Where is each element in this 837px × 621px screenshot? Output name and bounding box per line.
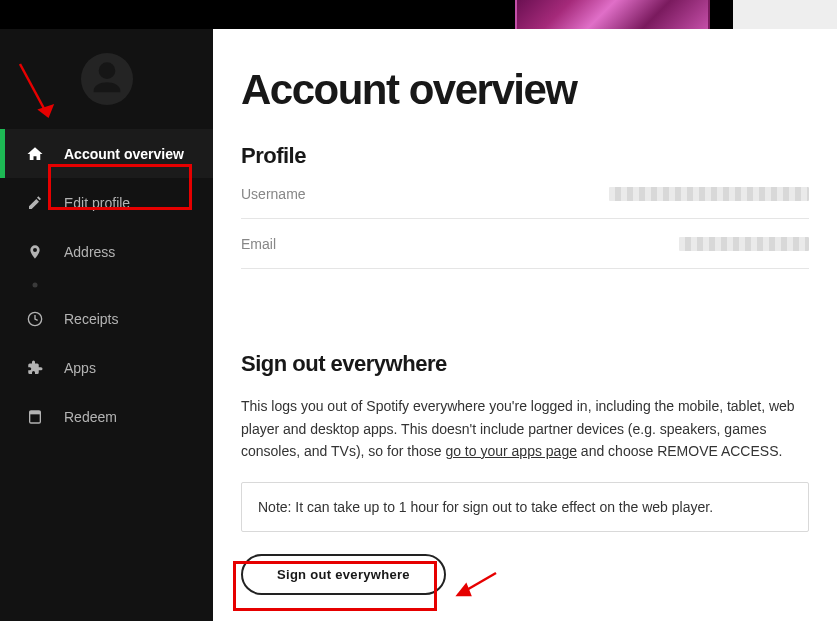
avatar-zone xyxy=(0,29,213,129)
sidebar-item-redeem[interactable]: Redeem xyxy=(0,392,213,441)
clock-icon xyxy=(26,310,44,328)
sidebar-item-label: Address xyxy=(64,244,115,260)
redacted-value xyxy=(679,237,809,251)
profile-field-username: Username xyxy=(241,169,809,219)
field-label: Username xyxy=(241,186,306,202)
promo-card xyxy=(515,0,710,29)
sidebar-item-receipts[interactable]: Receipts xyxy=(0,294,213,343)
profile-field-email: Email xyxy=(241,219,809,269)
puzzle-icon xyxy=(26,359,44,377)
apps-page-link[interactable]: go to your apps page xyxy=(445,443,577,459)
pencil-icon xyxy=(26,194,44,212)
avatar-placeholder xyxy=(81,53,133,105)
user-icon xyxy=(87,59,127,99)
sidebar-item-edit-profile[interactable]: Edit profile xyxy=(0,178,213,227)
signout-body: This logs you out of Spotify everywhere … xyxy=(241,395,809,462)
sidebar-item-label: Account overview xyxy=(64,146,184,162)
svg-rect-2 xyxy=(30,411,41,414)
signout-body-after: and choose REMOVE ACCESS. xyxy=(577,443,782,459)
signout-note: Note: It can take up to 1 hour for sign … xyxy=(241,482,809,532)
sidebar-item-label: Apps xyxy=(64,360,96,376)
profile-truncated-row xyxy=(241,269,809,291)
sign-out-everywhere-button[interactable]: Sign out everywhere xyxy=(241,554,446,595)
sidebar-item-label: Receipts xyxy=(64,311,118,327)
sidebar-item-apps[interactable]: Apps xyxy=(0,343,213,392)
sidebar-item-label: Edit profile xyxy=(64,195,130,211)
sidebar-item-label: Redeem xyxy=(64,409,117,425)
signout-heading: Sign out everywhere xyxy=(241,351,809,377)
sidebar-item-obscured[interactable] xyxy=(0,276,213,294)
sidebar-item-account-overview[interactable]: Account overview xyxy=(0,129,213,178)
svg-point-0 xyxy=(33,283,38,288)
field-label: Email xyxy=(241,236,276,252)
dot-icon xyxy=(26,276,44,294)
card-icon xyxy=(26,408,44,426)
profile-heading: Profile xyxy=(241,143,809,169)
page-title: Account overview xyxy=(241,67,809,113)
sidebar-item-address[interactable]: Address xyxy=(0,227,213,276)
top-bar xyxy=(0,0,837,29)
sidebar: Account overviewEdit profileAddressRecei… xyxy=(0,29,213,621)
promo-card-secondary xyxy=(733,0,837,29)
main-content: Account overview Profile Username Email … xyxy=(213,29,837,621)
home-icon xyxy=(26,145,44,163)
redacted-value xyxy=(609,187,809,201)
map-pin-icon xyxy=(26,243,44,261)
